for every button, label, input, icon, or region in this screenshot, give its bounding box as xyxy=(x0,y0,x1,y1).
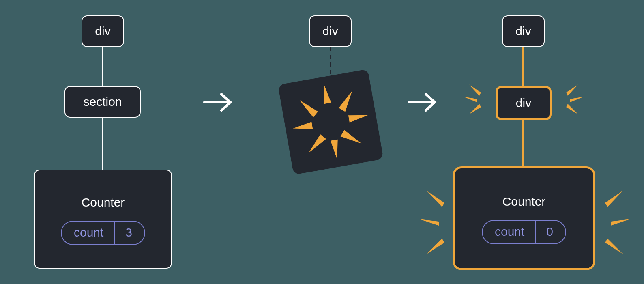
tree2-root-node: div xyxy=(309,15,352,47)
tree1-mid-node: section xyxy=(64,86,141,118)
svg-marker-22 xyxy=(605,239,623,254)
svg-marker-5 xyxy=(339,127,361,147)
svg-marker-3 xyxy=(336,91,356,113)
tree1-state-value: 3 xyxy=(114,222,144,244)
svg-marker-15 xyxy=(566,84,578,96)
tree3-mid-node: div xyxy=(496,86,552,120)
tree3-state-label: count xyxy=(483,221,535,243)
diagram-stage: div section Counter count 3 div xyxy=(0,0,644,284)
svg-marker-13 xyxy=(469,104,481,114)
tree3-mid-label: div xyxy=(516,96,531,110)
tree3-edge-root-mid xyxy=(522,47,524,86)
tree2-edge-dashed xyxy=(330,47,331,80)
svg-marker-18 xyxy=(427,191,444,207)
tree1-counter-node: Counter count 3 xyxy=(34,170,172,269)
svg-marker-17 xyxy=(419,219,439,226)
tree3-root-label: div xyxy=(515,24,531,38)
svg-marker-8 xyxy=(292,122,313,132)
tree1-root-node: div xyxy=(82,15,124,47)
tree3-state-pill: count 0 xyxy=(482,220,566,244)
tree1-state-label: count xyxy=(62,222,114,244)
svg-marker-6 xyxy=(331,140,341,160)
tree3-counter-title: Counter xyxy=(502,195,546,209)
svg-marker-16 xyxy=(566,104,578,114)
tree2-destroyed-node xyxy=(278,69,384,175)
svg-marker-12 xyxy=(469,84,481,96)
svg-marker-2 xyxy=(321,84,331,104)
tree1-edge-mid-leaf xyxy=(102,118,103,170)
tree1-root-label: div xyxy=(95,24,110,38)
tree3-edge-mid-leaf xyxy=(522,120,524,166)
arrow-2 xyxy=(407,90,439,116)
tree2-root-label: div xyxy=(322,24,338,38)
svg-marker-14 xyxy=(570,97,584,102)
svg-marker-21 xyxy=(605,191,623,207)
tree1-counter-title: Counter xyxy=(82,196,125,209)
svg-marker-11 xyxy=(463,97,477,102)
tree3-state-value: 0 xyxy=(535,221,565,243)
svg-marker-9 xyxy=(299,97,319,119)
tree3-root-node: div xyxy=(502,15,545,47)
tree1-mid-label: section xyxy=(83,95,122,109)
svg-marker-7 xyxy=(306,133,328,153)
tree3-counter-node: Counter count 0 xyxy=(453,166,595,270)
arrow-1 xyxy=(203,90,234,116)
tree1-state-pill: count 3 xyxy=(61,221,145,245)
svg-marker-20 xyxy=(611,219,630,226)
tree1-edge-root-mid xyxy=(102,47,103,86)
svg-marker-19 xyxy=(427,239,444,254)
svg-marker-4 xyxy=(348,112,369,123)
